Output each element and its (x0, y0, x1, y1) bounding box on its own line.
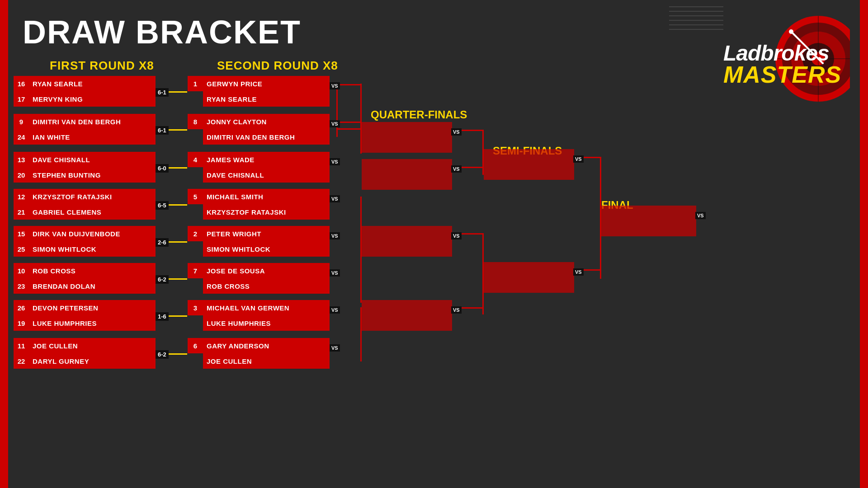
qf-vs-3: VS (451, 232, 462, 239)
vs-7: VS (330, 306, 340, 314)
player-smith: MICHAEL SMITH (203, 189, 330, 204)
player-gerwyn: GERWYN PRICE (203, 76, 330, 91)
player-dimitri: DIMITRI VAN DEN BERGH (29, 114, 156, 129)
player-cullen-1: JOE CULLEN (29, 338, 156, 353)
seed-19: 19 (14, 315, 29, 331)
sr-qf-line-1b (336, 122, 362, 123)
qf-box-2b (362, 174, 452, 190)
sr-seed-2: 2 (188, 226, 203, 241)
seed-20: 20 (14, 167, 29, 183)
player-chisnall-sr: DAVE CHISNALL (203, 167, 330, 183)
sr-seed-7: 7 (188, 263, 203, 278)
vs-1: VS (330, 82, 340, 89)
player-whitlock-sr: SIMON WHITLOCK (203, 241, 330, 257)
sf-final-vline (600, 157, 601, 279)
player-humphries: LUKE HUMPHRIES (29, 315, 156, 331)
sr-qf-line-2 (336, 128, 362, 130)
sf-box-2a (484, 262, 574, 277)
player-ratajski: KRZYSZTOF RATAJSKI (29, 189, 156, 204)
seed-9: 9 (14, 114, 29, 129)
player-wright: PETER WRIGHT (203, 226, 330, 241)
qf-vs-1: VS (451, 128, 462, 136)
vs-4: VS (330, 195, 340, 202)
seed-12: 12 (14, 189, 29, 204)
score-6: 6-2 (156, 275, 169, 284)
qf-vconn-3 (360, 230, 362, 303)
left-border (0, 0, 8, 488)
right-border (860, 0, 868, 488)
qf-box-3a (362, 226, 452, 241)
sr-seed-5: 5 (188, 189, 203, 204)
score-7: 1-6 (156, 312, 169, 321)
logo-masters: MASTERS (723, 61, 814, 88)
qf-vs-4: VS (451, 306, 462, 314)
sr-seed-1: 1 (188, 76, 203, 91)
vs-6: VS (330, 269, 340, 277)
svg-point-14 (789, 29, 793, 34)
first-round-header: FIRST ROUND X8 (50, 59, 154, 73)
seed-23: 23 (14, 278, 29, 294)
sf-final-hline (600, 213, 601, 215)
sr-seed-3: 3 (188, 300, 203, 315)
seed-13: 13 (14, 152, 29, 167)
player-anderson: GARY ANDERSON (203, 338, 330, 353)
qf-header: QUARTER-FINALS (371, 108, 467, 121)
qf-vconn-1 (360, 84, 362, 154)
player-mvg: MICHAEL VAN GERWEN (203, 300, 330, 315)
sr-seed-4: 4 (188, 152, 203, 167)
qf-box-1b (362, 137, 452, 153)
player-cullen-sr: JOE CULLEN (203, 353, 330, 369)
seed-16: 16 (14, 76, 29, 91)
score-3: 6-0 (156, 164, 169, 173)
qf-box-3b (362, 241, 452, 257)
vs-3: VS (330, 158, 340, 165)
player-rob-cross-1: ROB CROSS (29, 263, 156, 278)
vs-5: VS (330, 232, 340, 239)
seed-11: 11 (14, 338, 29, 353)
qf-vconn-4 (360, 307, 362, 361)
player-bunting: STEPHEN BUNTING (29, 167, 156, 183)
player-ian-white: IAN WHITE (29, 129, 156, 145)
vs-2: VS (330, 120, 340, 127)
score-5: 2-6 (156, 238, 169, 247)
final-box-2 (601, 221, 696, 236)
player-ratajski-sr: KRZYSZTOF RATAJSKI (203, 204, 330, 220)
qf-vs-2: VS (451, 165, 462, 173)
sr-seed-6: 6 (188, 338, 203, 353)
decorative-lines (669, 2, 723, 34)
qf-sf-vline-2 (482, 233, 484, 314)
sf-box-1b (484, 164, 574, 180)
sr-seed-8: 8 (188, 114, 203, 129)
qf-box-4b (362, 315, 452, 331)
player-rob-cross-sr: ROB CROSS (203, 278, 330, 294)
player-dolan: BRENDAN DOLAN (29, 278, 156, 294)
player-dimitri-sr: DIMITRI VAN DEN BERGH (203, 129, 330, 145)
seed-10: 10 (14, 263, 29, 278)
qf-sf-vline-1 (482, 130, 484, 175)
qf-box-1a (362, 122, 452, 137)
player-gurney: DARYL GURNEY (29, 353, 156, 369)
player-humphries-sr: LUKE HUMPHRIES (203, 315, 330, 331)
sf-box-2b (484, 277, 574, 293)
player-petersen: DEVON PETERSEN (29, 300, 156, 315)
player-wade: JAMES WADE (203, 152, 330, 167)
final-vs: VS (695, 212, 706, 219)
sr-qf-line-1a (336, 84, 362, 85)
score-8: 6-2 (156, 350, 169, 359)
score-2: 6-1 (156, 126, 169, 135)
logo-area: Ladbrokes MASTERS (723, 14, 850, 113)
page-title: DRAW BRACKET (23, 14, 301, 51)
score-1: 6-1 (156, 88, 169, 97)
score-4: 6-5 (156, 201, 169, 210)
player-chisnall: DAVE CHISNALL (29, 152, 156, 167)
player-jonny-clayton: JONNY CLAYTON (203, 114, 330, 129)
second-round-header: SECOND ROUND X8 (217, 59, 338, 73)
seed-21: 21 (14, 204, 29, 220)
player-searle-sr: RYAN SEARLE (203, 91, 330, 107)
seed-25: 25 (14, 241, 29, 257)
vs-8: VS (330, 344, 340, 352)
sf-vs-1: VS (573, 155, 584, 163)
player-dirk: DIRK VAN DUIJVENBODE (29, 226, 156, 241)
player-clemens: GABRIEL CLEMENS (29, 204, 156, 220)
player-whitlock: SIMON WHITLOCK (29, 241, 156, 257)
